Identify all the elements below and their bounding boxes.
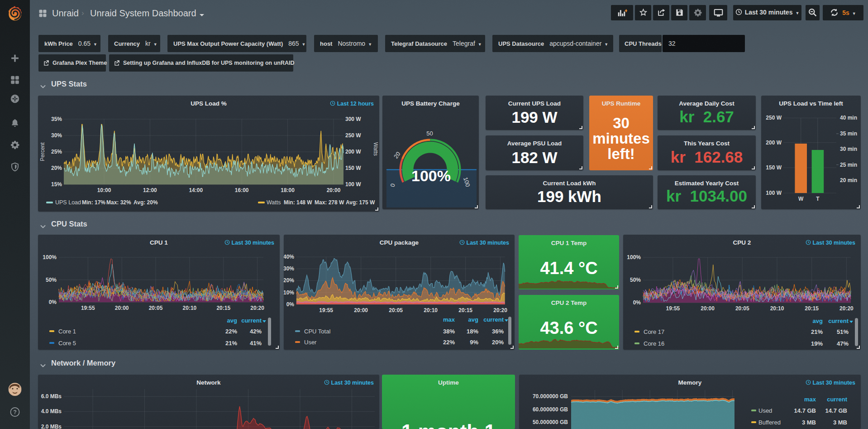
svg-text:20%: 20% (51, 165, 62, 171)
svg-text:250 W: 250 W (766, 115, 782, 121)
svg-text:6.0 MBs: 6.0 MBs (41, 393, 62, 400)
svg-text:?: ? (13, 409, 17, 415)
svg-text:35 min: 35 min (840, 130, 857, 137)
svg-text:100%: 100% (43, 254, 57, 260)
svg-text:avg: avg (227, 317, 237, 324)
svg-text:T: T (816, 196, 820, 202)
svg-text:2.0 MBs: 2.0 MBs (41, 424, 62, 429)
svg-text:20:20: 20:20 (250, 305, 264, 311)
svg-text:0%: 0% (49, 299, 57, 305)
svg-text:10:00: 10:00 (97, 187, 111, 193)
svg-text:21%: 21% (811, 328, 823, 335)
svg-text:16:00: 16:00 (235, 187, 249, 193)
svg-text:100 W: 100 W (766, 190, 782, 196)
svg-text:4.0 MBs: 4.0 MBs (41, 408, 62, 415)
svg-text:20:15: 20:15 (458, 307, 472, 313)
svg-text:current: current (827, 396, 847, 403)
svg-text:20:00: 20:00 (327, 187, 341, 193)
svg-text:19:55: 19:55 (319, 307, 333, 313)
svg-text:30%: 30% (284, 265, 294, 272)
svg-text:Watts: Watts (372, 142, 379, 156)
svg-text:Watts: Watts (267, 199, 281, 206)
svg-text:20:10: 20:10 (183, 305, 197, 311)
svg-text:3 MB: 3 MB (802, 419, 816, 426)
svg-text:Buffered: Buffered (758, 419, 781, 426)
svg-text:Max: 278 W: Max: 278 W (315, 199, 344, 206)
svg-text:20:00: 20:00 (701, 305, 715, 312)
svg-text:18%: 18% (467, 328, 478, 335)
svg-text:40 min: 40 min (840, 115, 857, 121)
svg-text:36%: 36% (492, 328, 504, 335)
svg-text:Avg: 20%: Avg: 20% (134, 199, 158, 206)
svg-text:Core 17: Core 17 (644, 328, 664, 335)
svg-text:19%: 19% (811, 340, 823, 347)
svg-text:30%: 30% (51, 132, 62, 139)
svg-text:10%: 10% (284, 289, 294, 296)
svg-text:current: current (828, 318, 849, 324)
svg-text:50%: 50% (46, 277, 57, 283)
svg-text:200 W: 200 W (766, 140, 782, 146)
svg-text:Core 16: Core 16 (644, 340, 664, 347)
svg-text:14.7 GB: 14.7 GB (825, 407, 847, 414)
svg-text:12:00: 12:00 (143, 187, 157, 193)
svg-text:14:00: 14:00 (189, 187, 203, 193)
svg-text:20:05: 20:05 (389, 307, 403, 313)
svg-text:Avg: 175 W: Avg: 175 W (346, 199, 375, 206)
svg-text:60.000000 GB: 60.000000 GB (533, 406, 568, 413)
svg-text:19:55: 19:55 (666, 305, 680, 312)
svg-text:20:15: 20:15 (216, 305, 230, 311)
svg-text:20:00: 20:00 (115, 305, 129, 311)
svg-text:38%: 38% (443, 328, 455, 335)
svg-text:current: current (241, 317, 262, 324)
svg-text:20:05: 20:05 (735, 305, 749, 312)
svg-text:70.000000 GB: 70.000000 GB (533, 393, 568, 400)
svg-text:25 min: 25 min (840, 162, 857, 168)
svg-text:avg: avg (468, 316, 478, 323)
svg-text:40%: 40% (284, 254, 294, 260)
svg-text:15%: 15% (51, 181, 62, 188)
svg-text:Core 5: Core 5 (58, 340, 76, 347)
svg-text:100%: 100% (627, 254, 641, 260)
svg-text:20:00: 20:00 (354, 307, 368, 313)
svg-text:200 W: 200 W (345, 149, 361, 155)
svg-text:9%: 9% (470, 339, 478, 346)
svg-text:20:15: 20:15 (805, 305, 819, 312)
svg-text:User: User (304, 339, 317, 346)
svg-text:100 W: 100 W (345, 181, 361, 188)
svg-text:35%: 35% (51, 116, 62, 122)
svg-text:300 W: 300 W (345, 116, 361, 122)
svg-text:51%: 51% (837, 328, 849, 335)
svg-text:21%: 21% (225, 340, 237, 347)
svg-text:Min: 148 W: Min: 148 W (284, 199, 312, 206)
svg-text:100%: 100% (411, 167, 451, 184)
svg-text:50%: 50% (630, 277, 641, 283)
svg-text:250 W: 250 W (345, 132, 361, 139)
svg-text:47%: 47% (837, 340, 849, 347)
svg-text:Min: 17%: Min: 17% (82, 199, 105, 206)
svg-text:max: max (443, 316, 455, 323)
svg-text:20:10: 20:10 (424, 307, 438, 313)
svg-text:20%: 20% (284, 277, 294, 284)
svg-text:50.000000 GB: 50.000000 GB (533, 419, 568, 425)
svg-text:UPS Load: UPS Load (55, 199, 81, 206)
svg-text:current: current (483, 316, 504, 323)
svg-text:20:10: 20:10 (770, 305, 784, 312)
svg-text:14.7 GB: 14.7 GB (794, 407, 816, 414)
svg-text:W: W (798, 196, 804, 202)
svg-text:41%: 41% (250, 340, 262, 347)
svg-text:Max: 32%: Max: 32% (106, 199, 131, 206)
svg-text:CPU Total: CPU Total (304, 328, 330, 335)
svg-text:0%: 0% (286, 301, 295, 308)
svg-text:150 W: 150 W (766, 164, 782, 171)
svg-text:150 W: 150 W (345, 165, 361, 171)
svg-text:max: max (804, 396, 816, 403)
svg-text:3 MB: 3 MB (833, 419, 847, 426)
svg-text:Core 1: Core 1 (58, 328, 76, 335)
svg-text:20: 20 (392, 150, 402, 159)
svg-text:19:55: 19:55 (81, 305, 95, 311)
svg-text:20%: 20% (492, 339, 504, 346)
svg-text:50: 50 (426, 130, 433, 137)
svg-text:Percent: Percent (39, 142, 46, 161)
svg-text:Used: Used (758, 407, 772, 414)
svg-text:22%: 22% (225, 328, 237, 335)
